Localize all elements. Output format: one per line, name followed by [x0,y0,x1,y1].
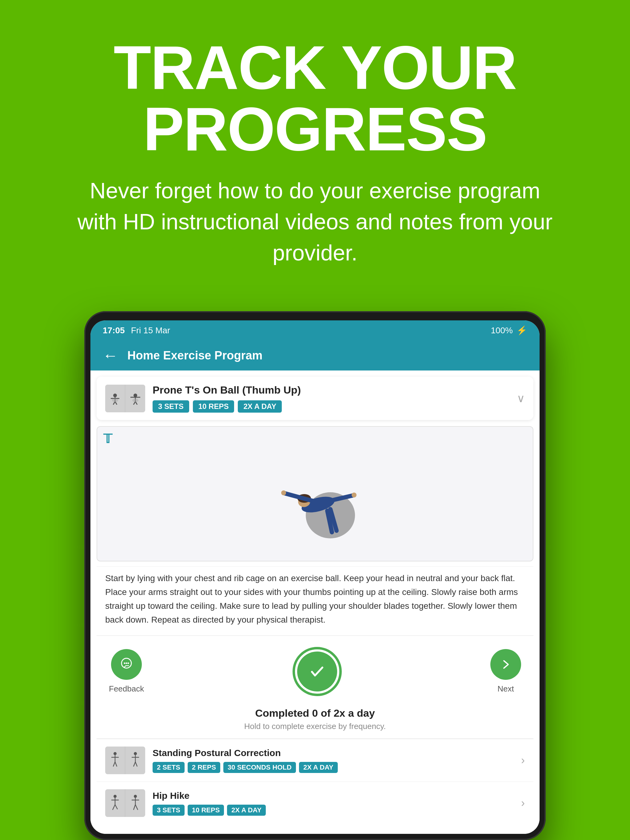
svg-point-23 [124,663,125,664]
list-tag-1-reps: 2 REPS [188,762,220,773]
svg-point-41 [134,795,137,798]
action-row: Feedback [90,636,540,707]
exercise-figure-svg [256,448,374,540]
exercise-info: Prone T's On Ball (Thumb Up) 3 SETS 10 R… [153,384,510,413]
thumb-half-left [105,385,125,412]
list-thumb-2-right [125,789,145,817]
list-tags-2: 3 SETS 10 REPS 2X A DAY [153,805,514,816]
svg-point-6 [133,393,137,397]
checkmark-icon [306,661,328,682]
svg-point-31 [134,752,137,755]
device-container: 17:05 Fri 15 Mar 100% ⚡ ← Home Exercise … [84,311,546,840]
status-right: 100% ⚡ [491,325,527,335]
tag-frequency: 2X A DAY [238,400,282,413]
list-tag-2-freq: 2X A DAY [227,805,266,816]
completion-main: Completed 0 of 2x a day [97,707,533,719]
svg-point-26 [114,752,117,755]
exercise-video[interactable]: 𝕋 [97,426,533,561]
thumb-half-right [125,385,145,412]
complete-circle-inner [297,652,337,692]
svg-point-24 [126,663,127,664]
exercise-thumbnail [105,385,145,412]
svg-line-40 [115,805,117,809]
tablet-screen: 17:05 Fri 15 Mar 100% ⚡ ← Home Exercise … [90,321,540,834]
feedback-label: Feedback [109,684,144,694]
exercise-description: Start by lying with your chest and rib c… [97,566,533,635]
status-date: Fri 15 Mar [131,325,171,335]
list-thumb-1-left [105,747,125,774]
list-item-2[interactable]: Hip Hike 3 SETS 10 REPS 2X A DAY › [97,782,533,824]
svg-line-29 [113,762,115,766]
list-tag-1-freq: 2X A DAY [299,762,338,773]
battery-indicator: 100% [491,325,513,335]
svg-line-34 [133,762,135,766]
list-tag-1-sets: 2 SETS [153,762,185,773]
next-arrow-icon [499,658,513,671]
tablet-frame: 17:05 Fri 15 Mar 100% ⚡ ← Home Exercise … [84,311,546,840]
tag-sets: 3 SETS [153,400,189,413]
exercise-header[interactable]: Prone T's On Ball (Thumb Up) 3 SETS 10 R… [97,377,533,420]
list-tag-1-hold: 30 SECONDS HOLD [223,762,296,773]
next-button[interactable]: Next [490,649,521,694]
list-chevron-2: › [521,797,525,810]
svg-point-11 [132,398,138,402]
nav-bar: ← Home Exercise Program [90,340,540,371]
completion-text: Completed 0 of 2x a day Hold to complete… [90,707,540,739]
next-label: Next [497,684,514,694]
hero-section: TRACK YOUR PROGRESS Never forget how to … [0,0,630,287]
svg-point-25 [128,663,129,664]
list-tag-2-sets: 3 SETS [153,805,185,816]
tag-reps: 10 REPS [193,400,234,413]
list-thumb-1-right [125,747,145,774]
list-name-1: Standing Postural Correction [153,748,514,758]
next-circle [490,649,521,680]
main-title: TRACK YOUR PROGRESS [46,37,584,160]
list-thumb-1 [105,747,145,774]
exercise-tags: 3 SETS 10 REPS 2X A DAY [153,400,510,413]
list-info-1: Standing Postural Correction 2 SETS 2 RE… [153,748,514,773]
screen-content[interactable]: Prone T's On Ball (Thumb Up) 3 SETS 10 R… [90,371,540,834]
svg-line-39 [112,805,115,810]
exercise-card-main: Prone T's On Ball (Thumb Up) 3 SETS 10 R… [97,377,533,420]
completion-sub: Hold to complete exercise by frequency. [97,722,533,731]
list-thumb-2 [105,789,145,817]
svg-line-45 [135,805,138,810]
feedback-circle [111,649,142,680]
list-tags-1: 2 SETS 2 REPS 30 SECONDS HOLD 2X A DAY [153,762,514,773]
status-bar: 17:05 Fri 15 Mar 100% ⚡ [90,321,540,340]
feedback-button[interactable]: Feedback [109,649,144,694]
svg-point-17 [281,490,286,495]
back-button[interactable]: ← [103,346,118,364]
feedback-chat-icon [119,657,135,673]
complete-circle-outer [293,647,342,696]
status-time: 17:05 [103,325,125,335]
svg-line-44 [133,805,135,810]
watermark-icon: 𝕋 [103,432,112,446]
nav-title: Home Exercise Program [127,349,263,362]
list-chevron-1: › [521,754,525,767]
battery-icon: ⚡ [516,325,527,335]
list-info-2: Hip Hike 3 SETS 10 REPS 2X A DAY [153,791,514,816]
svg-point-19 [351,493,356,497]
svg-line-30 [115,762,117,766]
list-tag-2-reps: 10 REPS [188,805,224,816]
subtitle: Never forget how to do your exercise pro… [69,175,561,268]
complete-button[interactable] [293,647,342,696]
svg-point-0 [113,393,117,397]
list-item-1[interactable]: Standing Postural Correction 2 SETS 2 RE… [97,739,533,782]
list-thumb-2-left [105,789,125,817]
exercise-name: Prone T's On Ball (Thumb Up) [153,384,510,396]
svg-point-36 [114,795,117,798]
collapse-icon[interactable]: ∨ [517,392,525,405]
list-name-2: Hip Hike [153,791,514,801]
svg-line-35 [135,762,137,766]
svg-point-5 [112,398,118,402]
